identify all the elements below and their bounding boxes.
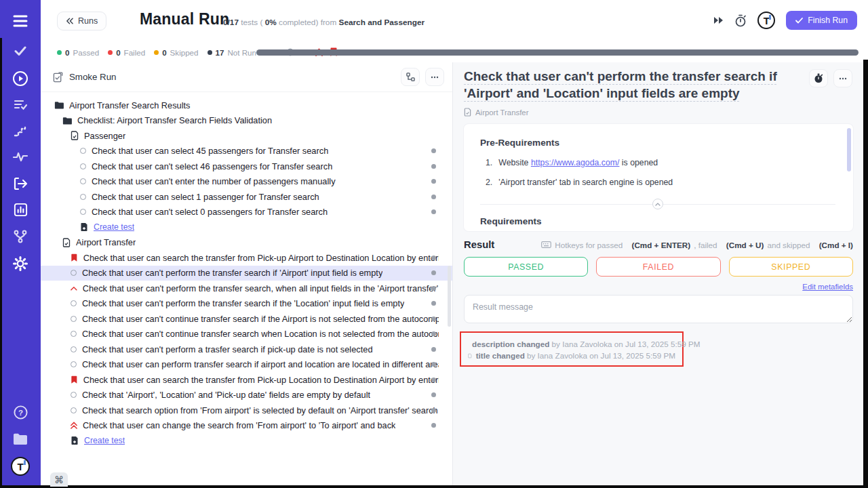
passed-button[interactable]: PASSED xyxy=(464,257,588,277)
test-status-dot xyxy=(431,301,436,306)
folder-icon xyxy=(62,117,72,125)
test-row[interactable]: Check that user can't perform the transf… xyxy=(41,281,452,296)
not-run-status-icon xyxy=(71,316,77,322)
timer-icon[interactable] xyxy=(734,14,747,27)
run-source: Search and Passenger xyxy=(339,18,425,27)
changelog-entry: title changed by Iana Zavoloka on Jul 13… xyxy=(468,351,675,360)
test-row[interactable]: Check that user can't perform the transf… xyxy=(41,296,452,312)
skipped-dot xyxy=(154,50,159,55)
hotkeys-hint: Hotkeys for passed (Cmd + ENTER) , faile… xyxy=(541,241,853,249)
activity-icon[interactable] xyxy=(0,150,41,163)
test-row[interactable]: Check that user can perform transfer sea… xyxy=(41,357,452,373)
collapse-toggle-icon[interactable] xyxy=(652,199,663,209)
changelog-entry: description changed by Iana Zavoloka on … xyxy=(468,340,675,348)
double-chevron-left-icon xyxy=(66,18,73,24)
document-change-icon xyxy=(468,352,472,360)
tree-view-button[interactable] xyxy=(401,68,420,86)
run-progress-bar xyxy=(256,49,859,56)
test-row[interactable]: Check that user can't select 0 passenger… xyxy=(41,205,452,220)
projects-folder-icon[interactable] xyxy=(0,432,41,446)
agoda-link[interactable]: https://www.agoda.com/ xyxy=(531,158,620,167)
prereq-item: 2. 'Airport transfer' tab in search engi… xyxy=(480,178,835,187)
not-run-status-icon xyxy=(71,407,77,413)
failed-button[interactable]: FAILED xyxy=(596,257,720,277)
test-row[interactable]: Check that user can't select 46 passenge… xyxy=(41,159,452,174)
result-message-input[interactable] xyxy=(464,295,853,323)
test-row-selected[interactable]: Check that user can't perform the transf… xyxy=(41,266,452,281)
test-row[interactable]: Check that 'Airport', 'Location' and 'Pi… xyxy=(41,388,452,403)
test-row[interactable]: Check that user can't continue transfer … xyxy=(41,311,452,327)
flag-icon xyxy=(71,253,78,262)
completed-label: completed) from xyxy=(279,18,336,27)
stat-skipped: 0Skipped xyxy=(154,48,198,57)
skipped-button[interactable]: SKIPPED xyxy=(729,257,853,277)
avatar-t-logo[interactable]: T xyxy=(0,457,41,476)
play-circle-icon[interactable] xyxy=(0,70,41,87)
test-status-dot xyxy=(431,408,436,413)
tree-scrollbar[interactable] xyxy=(448,266,451,327)
help-icon[interactable]: ? xyxy=(0,405,41,420)
edit-metafields-link[interactable]: Edit metafields xyxy=(802,283,853,291)
double-chevron-up-icon xyxy=(71,422,77,429)
test-row[interactable]: Check that user can select 1 passenger f… xyxy=(41,189,452,205)
test-row[interactable]: Check that user can select 45 passengers… xyxy=(41,144,452,159)
result-heading: Result xyxy=(464,239,494,250)
test-status-dot xyxy=(431,317,436,321)
command-key-button[interactable]: ⌘ xyxy=(50,472,68,487)
test-status-dot xyxy=(431,209,436,214)
run-stats-bar: 0Passed 0Failed 0Skipped 17Not Run xyxy=(41,42,868,62)
tree-folder[interactable]: Airport Transfer Search Results xyxy=(41,98,452,113)
steps-icon[interactable] xyxy=(0,124,41,138)
workspace-t-logo[interactable]: T xyxy=(757,12,775,29)
checklist-icon[interactable] xyxy=(0,98,41,111)
menu-icon[interactable] xyxy=(0,14,41,28)
finish-run-button[interactable]: Finish Run xyxy=(786,11,857,30)
test-title[interactable]: Check that user can't perform the transf… xyxy=(464,68,816,102)
folder-icon xyxy=(54,101,64,109)
test-timer-button[interactable] xyxy=(809,69,828,87)
test-row[interactable]: Check that user can't enter the number o… xyxy=(41,174,452,190)
section-divider xyxy=(480,199,835,209)
test-row[interactable]: Check that user can't perform a trasfer … xyxy=(41,342,452,357)
prereq-heading: Pre-Requirements xyxy=(480,138,835,148)
flag-icon xyxy=(71,375,78,384)
card-scrollbar[interactable] xyxy=(847,128,851,171)
tests-count: 0/17 xyxy=(223,18,239,27)
tree-folder[interactable]: Checklist: Airport Transfer Search Field… xyxy=(41,113,452,129)
test-more-button[interactable] xyxy=(833,69,852,87)
test-row[interactable]: Check that search option from 'From airp… xyxy=(41,403,452,418)
test-status-dot xyxy=(431,347,436,352)
test-status-dot xyxy=(431,195,436,199)
chevron-up-icon xyxy=(71,286,77,291)
run-subtitle: 0/17 tests ( 0% completed) from Search a… xyxy=(223,18,425,27)
test-status-dot xyxy=(431,148,436,153)
test-status-dot xyxy=(431,164,436,169)
tree-panel-header: Smoke Run xyxy=(41,62,452,92)
test-row[interactable]: Check that user can search the transfer … xyxy=(41,372,452,388)
document-plus-icon xyxy=(71,436,79,445)
settings-gear-icon[interactable] xyxy=(0,256,41,272)
tree-suite[interactable]: Airport Transfer xyxy=(41,235,452,251)
check-icon[interactable] xyxy=(0,45,41,57)
sign-in-icon[interactable] xyxy=(0,176,41,192)
not-run-status-icon xyxy=(71,392,77,398)
not-run-status-icon xyxy=(80,178,86,184)
failed-dot xyxy=(108,50,113,55)
app-header: Runs Manual Run 0/17 tests ( 0% complete… xyxy=(41,0,868,42)
create-test-row[interactable]: Create test xyxy=(41,433,452,449)
report-icon[interactable] xyxy=(0,202,41,218)
not-run-status-icon xyxy=(80,209,86,215)
branch-icon[interactable] xyxy=(0,229,41,244)
tests-label: tests ( xyxy=(241,18,262,27)
back-to-runs-button[interactable]: Runs xyxy=(57,12,106,30)
passed-dot xyxy=(57,50,62,55)
changelog-annotation-box: description changed by Iana Zavoloka on … xyxy=(460,331,684,367)
tree-suite[interactable]: Passenger xyxy=(41,128,452,144)
test-row[interactable]: Check that user can search the transfer … xyxy=(41,250,452,266)
tree-more-button[interactable] xyxy=(425,68,444,86)
create-test-row[interactable]: Create test xyxy=(41,220,452,235)
test-row[interactable]: Check that user can't continue transfer … xyxy=(41,327,452,342)
test-row[interactable]: Check that user can change the search fr… xyxy=(41,418,452,434)
fast-forward-icon[interactable] xyxy=(713,16,724,24)
test-tree: Airport Transfer Search Results Checklis… xyxy=(41,92,452,449)
